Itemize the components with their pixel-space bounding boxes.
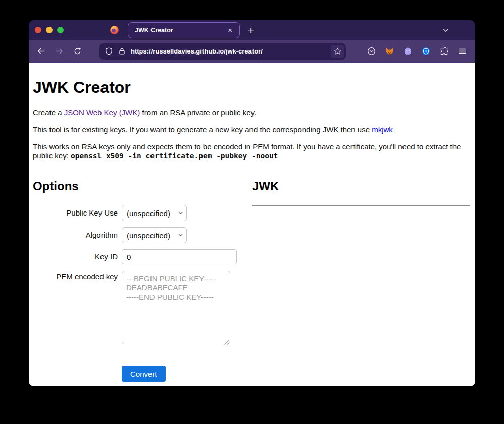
algorithm-select[interactable]: (unspecified) <box>122 227 187 243</box>
algorithm-row: Algorithm (unspecified) <box>33 227 252 243</box>
pem-key-row: PEM encoded key <box>33 271 252 347</box>
star-icon <box>333 47 342 56</box>
pocket-icon <box>367 46 376 56</box>
two-column-layout: Options Public Key Use (unspecified) Alg… <box>33 169 471 382</box>
convert-button[interactable]: Convert <box>122 366 166 382</box>
jwk-heading: JWK <box>252 179 471 194</box>
algorithm-label: Algorithm <box>33 231 118 240</box>
reload-button[interactable] <box>71 45 83 58</box>
minimize-window-button[interactable] <box>46 27 53 33</box>
toolbar-extensions <box>360 44 469 59</box>
intro-paragraph: Create a JSON Web Key (JWK) from an RSA … <box>33 108 471 118</box>
extensions-button[interactable] <box>437 44 451 59</box>
tab-title: JWK Creator <box>135 27 226 34</box>
options-column: Options Public Key Use (unspecified) Alg… <box>33 169 252 382</box>
options-heading: Options <box>33 179 252 194</box>
pem-key-textarea[interactable] <box>122 271 230 344</box>
url-text[interactable]: https://russelldavies.github.io/jwk-crea… <box>131 47 331 55</box>
public-key-use-select-wrap: (unspecified) <box>122 205 187 221</box>
onepassword-icon <box>421 46 431 56</box>
bookmark-star-button[interactable] <box>331 45 344 58</box>
intro-text-after: from an RSA private or public key. <box>140 108 256 117</box>
page-content: JWK Creator Create a JSON Web Key (JWK) … <box>29 63 475 386</box>
existing-keys-paragraph: This tool is for existing keys. If you w… <box>33 125 471 135</box>
algorithm-select-wrap: (unspecified) <box>122 227 187 243</box>
forward-button[interactable] <box>53 45 65 58</box>
pem-key-label: PEM encoded key <box>33 271 118 282</box>
tab-close-icon[interactable]: × <box>226 26 234 34</box>
tab-bar: JWK Creator × + <box>29 20 475 40</box>
jwk-spec-link[interactable]: JSON Web Key (JWK) <box>64 108 140 117</box>
pem-note-paragraph: This works on RSA keys only and expects … <box>33 142 471 162</box>
firefox-logo-icon <box>109 25 120 35</box>
navigation-toolbar: https://russelldavies.github.io/jwk-crea… <box>29 40 475 63</box>
key-id-row: Key ID <box>33 249 252 264</box>
close-window-button[interactable] <box>35 27 41 33</box>
public-key-use-label: Public Key Use <box>33 208 118 218</box>
existing-keys-text: This tool is for existing keys. If you w… <box>33 125 372 134</box>
menu-button[interactable] <box>455 44 469 59</box>
key-id-input[interactable] <box>122 249 237 264</box>
window-controls <box>35 27 64 33</box>
openssl-command: openssl x509 -in certificate.pem -pubkey… <box>71 152 278 160</box>
browser-tab[interactable]: JWK Creator × <box>128 22 240 38</box>
mkjwk-link[interactable]: mkjwk <box>372 125 393 134</box>
key-id-label: Key ID <box>33 252 118 262</box>
new-tab-button[interactable]: + <box>248 25 254 35</box>
hamburger-menu-icon <box>458 46 467 56</box>
jwk-divider <box>252 205 470 206</box>
address-bar[interactable]: https://russelldavies.github.io/jwk-crea… <box>99 43 346 60</box>
public-key-use-select[interactable]: (unspecified) <box>122 205 187 221</box>
zoom-window-button[interactable] <box>57 27 64 33</box>
browser-window: JWK Creator × + https://russelldavies.gi… <box>29 20 475 386</box>
metamask-fox-icon <box>385 46 394 56</box>
intro-text: Create a <box>33 108 64 117</box>
phantom-ghost-icon <box>403 46 413 56</box>
jwk-column: JWK <box>252 169 471 382</box>
page-title: JWK Creator <box>33 77 471 97</box>
phantom-button[interactable] <box>400 44 415 59</box>
pocket-button[interactable] <box>364 44 378 59</box>
puzzle-piece-icon <box>439 46 449 56</box>
onepassword-button[interactable] <box>419 44 433 59</box>
metamask-button[interactable] <box>382 44 396 59</box>
pem-textarea-wrap <box>122 271 230 347</box>
list-tabs-chevron-icon[interactable] <box>442 26 450 34</box>
back-button[interactable] <box>35 45 47 58</box>
public-key-use-row: Public Key Use (unspecified) <box>33 205 252 221</box>
tracking-protection-shield-icon[interactable] <box>105 47 113 56</box>
connection-secure-lock-icon[interactable] <box>118 47 126 56</box>
